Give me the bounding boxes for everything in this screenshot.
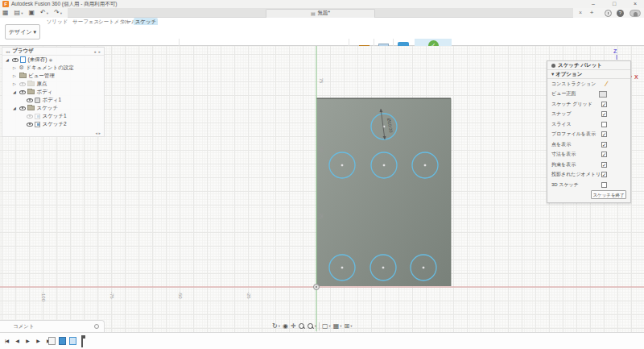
window-zoom-icon[interactable]	[308, 323, 314, 330]
document-tab[interactable]: ▤ 無題*	[266, 9, 375, 19]
collapse-panel-icon[interactable]: ◂◂	[6, 49, 10, 54]
circle-center-point[interactable]	[424, 164, 427, 167]
job-status-icon[interactable]	[605, 10, 612, 17]
circle-center-point[interactable]	[341, 267, 344, 269]
redo-icon[interactable]: ↷▾	[54, 8, 62, 19]
checkbox-checked[interactable]: ✓	[601, 172, 607, 177]
browser-item-ボディ1[interactable]: ボディ1	[2, 96, 104, 104]
viewports-icon[interactable]: ⊞	[345, 320, 350, 332]
timeline-feature-sketch3[interactable]	[69, 337, 76, 345]
checkbox-checked[interactable]: ✓	[601, 131, 607, 137]
expand-node-icon[interactable]: ▷	[12, 81, 17, 86]
help-icon[interactable]: ?	[617, 10, 624, 17]
checkbox-checked[interactable]: ✓	[601, 102, 607, 107]
browser-item-原点[interactable]: ▷原点	[2, 80, 104, 88]
options-section-header[interactable]: ▾ オプション	[547, 70, 630, 79]
browser-options-icon[interactable]: ●	[93, 49, 96, 54]
visibility-eye-icon[interactable]	[19, 90, 26, 94]
circle-center-point[interactable]	[341, 164, 344, 167]
circle-center-point[interactable]	[383, 164, 386, 167]
collapse-node-icon[interactable]: ◢	[5, 57, 10, 62]
look-at-plane-icon[interactable]	[599, 91, 607, 98]
visibility-eye-icon[interactable]	[19, 106, 26, 110]
comments-panel[interactable]: コメント	[0, 320, 105, 332]
circle-center-point[interactable]	[423, 267, 425, 269]
go-to-start-button[interactable]: |◀	[2, 337, 10, 346]
construction-line-icon[interactable]: ∕	[605, 81, 607, 87]
look-at-icon[interactable]: ◉	[283, 320, 288, 332]
browser-item-スケッチ1[interactable]: スケッチ1	[2, 112, 104, 120]
palette-row-スナップ[interactable]: スナップ✓	[547, 110, 630, 120]
finish-sketch-palette-button[interactable]: スケッチを終了	[591, 190, 626, 199]
palette-row-3D スケッチ[interactable]: 3D スケッチ	[547, 180, 630, 190]
palette-row-スライス[interactable]: スライス	[547, 119, 630, 130]
activate-component-icon[interactable]: ◉	[49, 57, 52, 62]
timeline-feature-sketch1[interactable]	[48, 337, 56, 345]
zoom-icon[interactable]	[299, 323, 305, 330]
browser-item-(未保存)[interactable]: ◢(未保存)◉	[2, 56, 104, 64]
browser-item-ボディ[interactable]: ◢ボディ	[2, 88, 104, 96]
expand-node-icon[interactable]: ▷	[12, 73, 17, 78]
palette-row-コンストラクション[interactable]: コンストラクション∕	[547, 79, 630, 89]
collapse-node-icon[interactable]: ◢	[12, 89, 17, 94]
browser-resize-handle[interactable]: ◂ ▸	[96, 131, 101, 135]
grid-snaps-icon[interactable]: ▦	[333, 320, 340, 332]
y-tick-label: 25	[319, 214, 324, 219]
app-launcher-icon[interactable]: ▦	[2, 8, 9, 18]
undo-icon[interactable]: ↶▾	[40, 8, 48, 19]
document-tab-close-icon[interactable]: ×	[576, 8, 584, 18]
circle-center-point[interactable]	[382, 267, 385, 269]
checkbox-checked[interactable]: ✓	[601, 162, 607, 168]
palette-row-ビュー正面[interactable]: ビュー正面	[547, 89, 630, 100]
save-icon[interactable]: ▣	[28, 8, 35, 18]
node-label: ビュー管理	[28, 73, 55, 80]
file-menu-icon[interactable]: ▤▾	[14, 8, 23, 19]
sketch-palette-header[interactable]: スケッチ パレット	[547, 61, 630, 70]
browser-expand-icon[interactable]: ▸	[98, 49, 101, 54]
browser-item-スケッチ2[interactable]: スケッチ2	[2, 120, 104, 128]
checkbox-checked[interactable]: ✓	[601, 152, 607, 157]
orbit-icon[interactable]: ↻	[272, 320, 278, 332]
browser-item-ドキュメントの設定[interactable]: ▷⚙ドキュメントの設定	[2, 64, 104, 72]
checkbox-unchecked[interactable]	[601, 182, 607, 188]
step-back-button[interactable]: ◀	[13, 337, 21, 346]
browser-item-ビュー管理[interactable]: ▷ビュー管理	[2, 72, 104, 80]
palette-row-拘束を表示[interactable]: 拘束を表示✓	[547, 160, 630, 170]
checkbox-unchecked[interactable]	[601, 122, 607, 127]
close-button[interactable]: ×	[630, 0, 641, 8]
tab-ソリッド[interactable]: ソリッド	[45, 18, 69, 25]
visibility-eye-icon[interactable]	[19, 82, 26, 86]
visibility-eye-icon[interactable]	[12, 58, 19, 62]
user-avatar[interactable]	[630, 10, 641, 17]
palette-row-投影されたジオメトリを表示[interactable]: 投影されたジオメトリを表示✓	[547, 170, 630, 181]
node-label: 原点	[37, 81, 47, 88]
display-settings-icon[interactable]: ▢	[322, 320, 328, 332]
palette-option-label: スナップ	[551, 110, 601, 118]
minimize-button[interactable]: –	[588, 0, 599, 8]
visibility-eye-icon[interactable]	[27, 98, 33, 102]
comments-expand-icon[interactable]	[94, 324, 99, 329]
checkbox-checked[interactable]: ✓	[601, 142, 607, 147]
expand-node-icon[interactable]: ▷	[12, 65, 17, 70]
pan-icon[interactable]: ✛	[291, 320, 296, 332]
browser-header[interactable]: ◂◂ ブラウザ ● ▸	[2, 48, 104, 56]
checkbox-checked[interactable]: ✓	[601, 111, 607, 117]
visibility-eye-icon[interactable]	[27, 123, 33, 127]
browser-item-スケッチ[interactable]: ◢スケッチ	[2, 104, 104, 112]
new-document-tab-button[interactable]: +	[587, 8, 597, 18]
palette-row-寸法を表示[interactable]: 寸法を表示✓	[547, 150, 630, 160]
timeline-position-marker[interactable]	[80, 335, 85, 347]
tab-サーフェス[interactable]: サーフェス	[72, 18, 95, 25]
palette-row-プロファイルを表示[interactable]: プロファイルを表示✓	[547, 130, 630, 140]
workspace-switcher-button[interactable]: デザイン ▾	[5, 24, 40, 39]
step-forward-button[interactable]: ▶	[34, 337, 42, 346]
palette-row-点を表示[interactable]: 点を表示✓	[547, 139, 630, 150]
tab-スケッチ[interactable]: スケッチ	[134, 18, 158, 25]
timeline-feature-sketch2[interactable]	[59, 337, 66, 345]
palette-row-スケッチ グリッド[interactable]: スケッチ グリッド✓	[547, 99, 630, 110]
play-button[interactable]: ▶	[23, 337, 31, 346]
visibility-eye-icon[interactable]	[27, 114, 33, 118]
fusion360-window: F Autodesk Fusion 360 (個人用 - 商用利用不可) – □…	[0, 0, 644, 349]
collapse-node-icon[interactable]: ◢	[12, 106, 17, 110]
maximize-button[interactable]: □	[609, 0, 620, 8]
